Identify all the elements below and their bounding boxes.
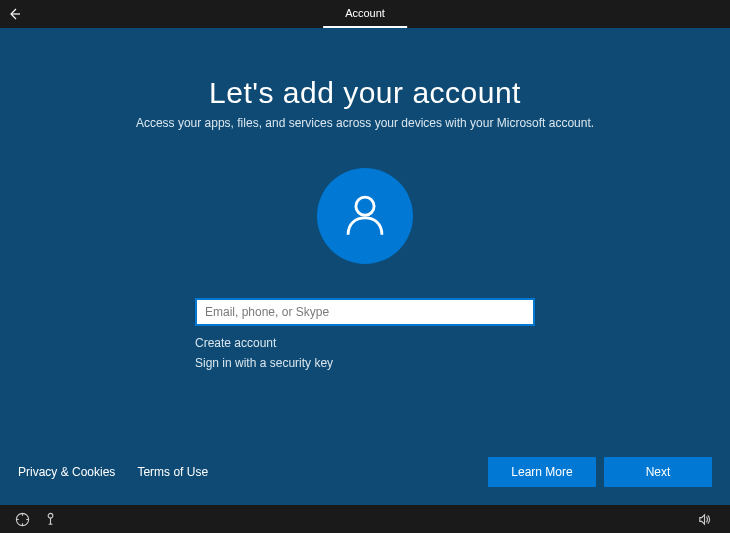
next-button[interactable]: Next — [604, 457, 712, 487]
avatar — [317, 168, 413, 264]
tab-account[interactable]: Account — [323, 0, 407, 28]
back-button[interactable] — [0, 0, 28, 28]
create-account-link[interactable]: Create account — [195, 336, 535, 350]
svg-point-2 — [48, 513, 53, 518]
security-key-link[interactable]: Sign in with a security key — [195, 356, 535, 370]
page-subtitle: Access your apps, files, and services ac… — [136, 116, 594, 130]
svg-point-0 — [356, 197, 374, 215]
terms-link[interactable]: Terms of Use — [137, 465, 208, 479]
email-field[interactable] — [195, 298, 535, 326]
input-container — [195, 298, 535, 326]
volume-icon[interactable] — [692, 507, 716, 531]
taskbar — [0, 505, 730, 533]
main-content: Let's add your account Access your apps,… — [0, 28, 730, 505]
user-icon — [339, 188, 391, 244]
learn-more-button[interactable]: Learn More — [488, 457, 596, 487]
privacy-link[interactable]: Privacy & Cookies — [18, 465, 115, 479]
tab-label: Account — [345, 7, 385, 19]
footer-row: Privacy & Cookies Terms of Use Learn Mor… — [0, 457, 730, 487]
page-title: Let's add your account — [209, 76, 521, 110]
link-group: Create account Sign in with a security k… — [195, 336, 535, 376]
ease-of-access-icon[interactable] — [10, 507, 34, 531]
input-method-icon[interactable] — [38, 507, 62, 531]
title-bar: Account — [0, 0, 730, 28]
